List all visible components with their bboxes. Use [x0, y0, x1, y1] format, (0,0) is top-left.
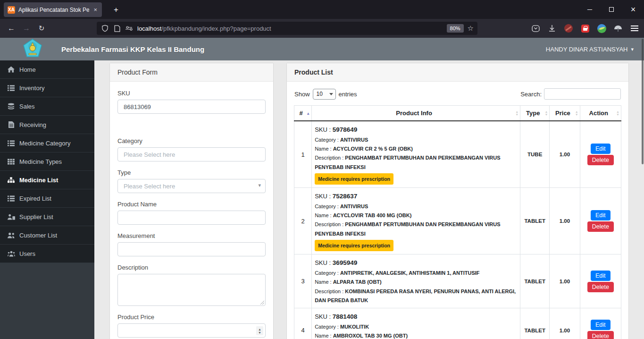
row-number: 4 — [294, 308, 312, 339]
list-icon — [7, 195, 15, 202]
page-length-select[interactable]: 10 — [313, 89, 336, 100]
select-arrow-icon — [329, 93, 333, 95]
sku-label: SKU — [117, 90, 266, 97]
sort-icon: ▲▼ — [515, 110, 519, 116]
pocket-icon[interactable] — [531, 24, 540, 33]
new-tab-button[interactable]: + — [110, 4, 122, 16]
page-info-icon[interactable] — [113, 24, 121, 33]
browser-titlebar: XA Aplikasi Pencatatan Stok Perbek × + ─… — [0, 0, 644, 19]
delete-button[interactable]: Delete — [587, 282, 614, 292]
actions-cell: Edit Delete — [580, 308, 621, 339]
sidebar-item-sales[interactable]: Sales — [0, 97, 94, 116]
caret-down-icon: ▾ — [631, 46, 634, 52]
product-price-input[interactable] — [117, 323, 266, 338]
col-header-product-info[interactable]: Product Info▲▼ — [312, 106, 520, 121]
product-name-label: Product Name — [117, 201, 266, 208]
spinner-down-icon[interactable]: ▼ — [258, 331, 261, 334]
sidebar-item-medicine-list[interactable]: Medicine List — [0, 171, 94, 189]
description-textarea[interactable] — [117, 274, 266, 306]
shield-icon[interactable] — [100, 24, 109, 33]
measurement-label: Measurement — [117, 232, 266, 239]
page-scrollbar[interactable] — [642, 39, 644, 164]
url-bar[interactable]: localhost/pfkkpbandung/index.php?page=pr… — [97, 22, 477, 35]
description-field-group: Description — [117, 264, 266, 306]
home-icon — [7, 66, 15, 73]
minimize-button[interactable]: ─ — [579, 0, 601, 19]
number-spinner[interactable]: ▲ ▼ — [256, 326, 263, 335]
search-input[interactable] — [544, 88, 621, 100]
measurement-input[interactable] — [117, 242, 266, 256]
restore-button[interactable] — [601, 0, 622, 19]
site-permissions-icon[interactable] — [125, 24, 134, 33]
product-price-label: Product Price — [117, 314, 266, 321]
resize-grip-icon[interactable] — [259, 300, 264, 305]
edit-button[interactable]: Edit — [591, 320, 611, 330]
sidebar-item-medicine-types[interactable]: Medicine Types — [0, 153, 94, 171]
sidebar-item-expired-list[interactable]: Expired List — [0, 189, 94, 208]
back-button[interactable]: ← — [4, 22, 19, 35]
product-name-input[interactable] — [117, 211, 266, 225]
bookmark-star-icon[interactable]: ☆ — [468, 24, 474, 33]
sidebar-item-users[interactable]: Users — [0, 245, 94, 263]
product-list-title: Product List — [287, 63, 628, 82]
col-header-type[interactable]: Type▲▼ — [520, 106, 550, 121]
browser-tab[interactable]: XA Aplikasi Pencatatan Stok Perbek × — [4, 2, 102, 17]
forward-button[interactable]: → — [19, 22, 34, 35]
list-icon — [7, 85, 15, 91]
tab-close-icon[interactable]: × — [92, 6, 98, 13]
reload-button[interactable]: ↻ — [34, 22, 49, 35]
actions-cell: Edit Delete — [580, 121, 621, 188]
search-label: Search: — [520, 91, 542, 98]
measurement-field-group: Measurement — [117, 232, 266, 256]
edit-button[interactable]: Edit — [591, 144, 611, 154]
sku-input[interactable] — [117, 100, 266, 114]
browser-toolbar: ← → ↻ localhost/pfkkpbandung/index.php?p… — [0, 19, 644, 38]
product-info-cell: SKU : 7881408 Category : MUKOLITIK Name … — [312, 308, 520, 339]
delete-button[interactable]: Delete — [587, 331, 614, 339]
delete-button[interactable]: Delete — [587, 155, 614, 165]
col-header-price[interactable]: Price▲▼ — [550, 106, 580, 121]
category-input[interactable] — [117, 147, 266, 161]
extension-adblock-icon[interactable] — [564, 24, 573, 33]
extension-umbrella-icon[interactable] — [613, 24, 623, 33]
col-header-num[interactable]: #▲ — [294, 106, 312, 121]
actions-cell: Edit Delete — [580, 188, 621, 254]
sidebar-item-inventory[interactable]: Inventory — [0, 79, 94, 97]
col-header-action[interactable]: Action▲▼ — [580, 106, 621, 121]
type-cell: TABLET — [520, 188, 550, 254]
table-grid-icon — [7, 159, 15, 165]
extension-password-lock-icon[interactable] — [580, 24, 590, 33]
edit-button[interactable]: Edit — [591, 210, 611, 220]
edit-button[interactable]: Edit — [591, 271, 611, 281]
sidebar-item-receiving[interactable]: Receiving — [0, 116, 94, 134]
product-list-panel: Product List Show 10 entries Search: — [286, 63, 629, 339]
sidebar-item-customer-list[interactable]: Customer List — [0, 226, 94, 245]
sidebar-item-home[interactable]: Home — [0, 60, 94, 79]
delete-button[interactable]: Delete — [587, 221, 614, 232]
extension-idm-globe-icon[interactable] — [597, 24, 606, 33]
type-cell: TUBE — [520, 121, 550, 188]
users-icon — [7, 232, 15, 238]
product-table: #▲ Product Info▲▼ Type▲▼ Price▲▼ Action▲… — [294, 105, 621, 339]
app-header: Perbekalan Farmasi KKP Kelas II Bandung … — [0, 38, 644, 60]
sidebar-item-medicine-category[interactable]: Medicine Category — [0, 134, 94, 153]
close-button[interactable]: × — [622, 0, 644, 19]
url-text[interactable]: localhost/pfkkpbandung/index.php?page=pr… — [137, 25, 443, 32]
user-menu[interactable]: HANDY DINAR ASTIANSYAH ▾ — [546, 38, 634, 60]
sort-asc-icon: ▲ — [306, 111, 310, 115]
downloads-icon[interactable] — [547, 24, 557, 33]
zoom-level-badge[interactable]: 80% — [447, 24, 464, 33]
price-cell: 1.00 — [550, 188, 580, 254]
supplier-person-icon — [7, 214, 15, 220]
product-info-cell: SKU : 7528637 Category : ANTIVIRUS Name … — [312, 188, 520, 254]
product-form-title: Product Form — [110, 63, 273, 82]
menu-hamburger-icon[interactable] — [630, 24, 639, 33]
product-info-cell: SKU : 5978649 Category : ANTIVIRUS Name … — [312, 121, 520, 188]
spinner-up-icon[interactable]: ▲ — [258, 328, 261, 331]
screen: XA Aplikasi Pencatatan Stok Perbek × + ─… — [0, 0, 644, 339]
type-select[interactable]: Please Select here — [117, 179, 266, 193]
type-cell: TABLET — [520, 308, 550, 339]
sku-field-group: SKU — [117, 90, 266, 114]
sidebar-item-supplier-list[interactable]: Supplier List — [0, 208, 94, 226]
prescription-badge: Medicine requires prescription — [315, 240, 393, 251]
